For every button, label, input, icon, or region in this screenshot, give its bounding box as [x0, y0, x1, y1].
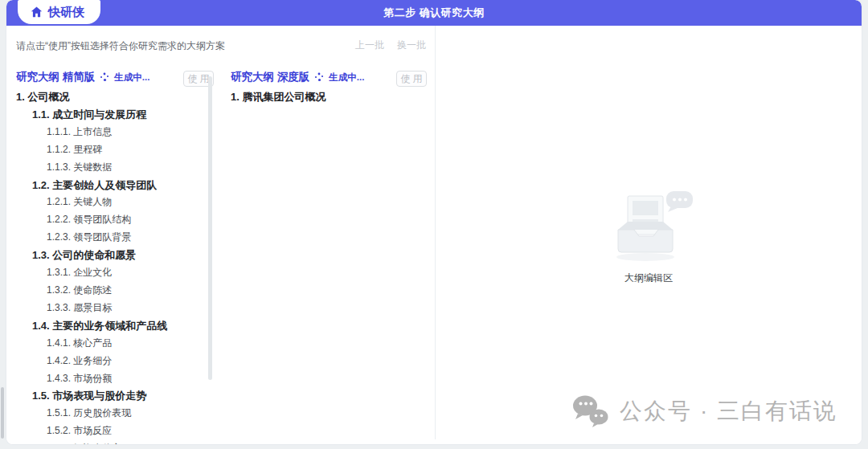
outline-1-list: 1. 公司概况1.1. 成立时间与发展历程1.1.1. 上市信息1.1.2. 里…	[6, 88, 211, 444]
outline-2-status: 生成中...	[329, 71, 364, 84]
outline-item: 1. 公司概况	[6, 88, 211, 106]
home-icon	[31, 6, 43, 18]
outline-item: 1.4.3. 市场份额	[6, 370, 211, 388]
outline-1-status: 生成中...	[114, 71, 149, 84]
watermark-text: 公众号 · 三白有话说	[620, 396, 837, 427]
empty-state-label: 大纲编辑区	[436, 271, 862, 285]
outline-item: 1.2.2. 领导团队结构	[6, 211, 211, 229]
generating-sparkle-icon	[100, 72, 109, 82]
outline-2-header: 研究大纲 深度版 生成中...	[231, 70, 364, 84]
instruction-text: 请点击“使用”按钮选择符合你研究需求的大纲方案	[16, 39, 225, 53]
outline-item: 1.5. 市场表现与股价走势	[6, 387, 211, 405]
outline-item: 1.5.3. 投资者信心	[6, 440, 211, 444]
outline-item: 1.5.1. 历史股价表现	[6, 405, 211, 422]
outline-2-title: 研究大纲 深度版	[231, 70, 309, 84]
batch-pagination: 上一批 换一批	[355, 39, 426, 52]
outline-item: 1.4.1. 核心产品	[6, 335, 211, 353]
outline-editor-panel: 大纲编辑区 公众号 · 三白有话说	[436, 26, 862, 444]
generating-sparkle-icon	[314, 72, 324, 82]
outline-item: 1.1.2. 里程碑	[6, 141, 211, 159]
outline-item: 1.1.1. 上市信息	[6, 124, 211, 141]
outline-1-header: 研究大纲 精简版 生成中...	[16, 70, 149, 84]
wechat-icon	[571, 394, 610, 428]
home-pill[interactable]: 快研侠	[18, 0, 100, 24]
app-window: 第二步 确认研究大纲 快研侠 请点击“使用”按钮选择符合你研究需求的大纲方案 上…	[6, 0, 862, 444]
outline-item: 1.1. 成立时间与发展历程	[6, 106, 211, 124]
outline-item: 1.4. 主要的业务领域和产品线	[6, 317, 211, 335]
outline-2-list: 1. 腾讯集团公司概况	[221, 88, 426, 106]
header-bar: 第二步 确认研究大纲	[6, 0, 862, 26]
outline-item: 1.1.3. 关键数据	[6, 159, 211, 177]
outline-item: 1.3.2. 使命陈述	[6, 282, 211, 300]
outline-item: 1.2.3. 领导团队背景	[6, 229, 211, 247]
outline-item: 1.4.2. 业务细分	[6, 353, 211, 370]
outline-item: 1. 腾讯集团公司概况	[221, 88, 426, 106]
prev-batch-button[interactable]: 上一批	[355, 39, 384, 52]
outline-1-scrollbar[interactable]	[208, 76, 212, 380]
outline-item: 1.3. 公司的使命和愿景	[6, 247, 211, 264]
next-batch-button[interactable]: 换一批	[397, 39, 426, 52]
step-title: 第二步 确认研究大纲	[383, 6, 485, 20]
watermark: 公众号 · 三白有话说	[571, 394, 837, 428]
outline-item: 1.2. 主要创始人及领导团队	[6, 177, 211, 194]
page-scrollbar[interactable]	[1, 387, 4, 439]
outline-item: 1.3.1. 企业文化	[6, 264, 211, 282]
outline-1-title: 研究大纲 精简版	[16, 70, 95, 84]
outline-item: 1.5.2. 市场反应	[6, 422, 211, 440]
outline-item: 1.2.1. 关键人物	[6, 194, 211, 211]
outline-selection-panel: 请点击“使用”按钮选择符合你研究需求的大纲方案 上一批 换一批 研究大纲 精简版…	[6, 26, 435, 444]
empty-inbox-icon	[604, 191, 694, 265]
use-outline-2-button[interactable]: 使用	[396, 71, 427, 87]
empty-state: 大纲编辑区	[436, 191, 862, 285]
brand-name: 快研侠	[48, 5, 84, 20]
outline-item: 1.3.3. 愿景目标	[6, 300, 211, 317]
